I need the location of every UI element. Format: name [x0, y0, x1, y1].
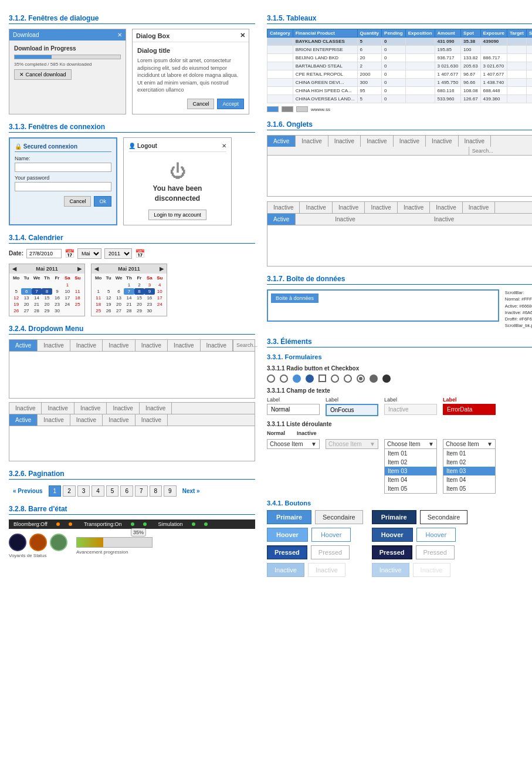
list2-item-4[interactable]: Item 04 — [443, 475, 495, 484]
onglet2-inactive-mid[interactable]: Inactive — [296, 214, 395, 225]
radio-empty-1[interactable] — [267, 374, 275, 383]
tab2-b-inactive-3[interactable]: Inactive — [103, 414, 135, 426]
onglet-inactive-3[interactable]: Inactive — [361, 136, 393, 147]
list2-item-1[interactable]: Item 01 — [443, 449, 495, 458]
tab-inactive-3[interactable]: Inactive — [70, 340, 103, 351]
onglet2-inactive-mid3[interactable]: Inactive — [493, 214, 532, 225]
download-close-icon[interactable]: ✕ — [117, 32, 122, 38]
list-item-5[interactable]: Item 05 — [385, 484, 436, 493]
dropdown-open2[interactable]: Choose Item ▼ — [443, 439, 496, 448]
tab-inactive-2[interactable]: Inactive — [38, 340, 70, 351]
pagination-page-1[interactable]: 1 — [49, 485, 62, 497]
logout-close-icon[interactable]: ✕ — [222, 143, 226, 149]
cal1-prev-button[interactable]: ◀ — [12, 266, 16, 272]
radio-half[interactable] — [357, 374, 365, 383]
tab2-active[interactable]: Active — [9, 414, 38, 426]
radio-filled2[interactable] — [382, 374, 391, 383]
pagination-page-8[interactable]: 8 — [150, 485, 162, 497]
onglet2-inactive-5[interactable]: Inactive — [398, 202, 430, 213]
tab-inactive-4[interactable]: Inactive — [103, 340, 135, 351]
name-input[interactable] — [15, 163, 111, 172]
pagination-page-6[interactable]: 6 — [120, 485, 133, 497]
list-item-1[interactable]: Item 01 — [385, 449, 436, 458]
pagination-page-5[interactable]: 5 — [106, 485, 119, 497]
btn-pressed-outline-light[interactable]: Pressed — [311, 545, 350, 559]
download-cancel-button[interactable]: ✕ Cancel download — [14, 69, 72, 80]
pagination-page-2[interactable]: 2 — [63, 485, 76, 497]
onglet2-inactive-7[interactable]: Inactive — [463, 202, 495, 213]
dialog-box2-close-icon[interactable]: ✕ — [240, 32, 245, 39]
pagination-prev-button[interactable]: « Previous — [9, 486, 47, 496]
pagination-page-4[interactable]: 4 — [92, 485, 104, 497]
list-item-4[interactable]: Item 04 — [385, 475, 436, 484]
btn-hoover-outline-light[interactable]: Hoover — [311, 528, 351, 542]
onglet-inactive-4[interactable]: Inactive — [394, 136, 426, 147]
date-input[interactable] — [26, 249, 62, 258]
btn-primaire-dark[interactable]: Primaire — [372, 510, 416, 524]
tab-inactive-5[interactable]: Inactive — [135, 340, 168, 351]
btn-pressed-dark[interactable]: Pressed — [372, 545, 412, 559]
dropdown-normal[interactable]: Choose Item ▼ — [267, 439, 320, 449]
list2-item-2[interactable]: Item 02 — [443, 458, 495, 467]
field-normal-input[interactable] — [267, 404, 320, 415]
radio-filled[interactable] — [370, 374, 378, 383]
calendar-icon2[interactable]: 📅 — [135, 249, 145, 258]
tab2-b-inactive-1[interactable]: Inactive — [38, 414, 70, 426]
onglet-inactive-6[interactable]: Inactive — [459, 136, 491, 147]
tab2-b-inactive-2[interactable]: Inactive — [70, 414, 103, 426]
radio-empty-2[interactable] — [280, 374, 288, 383]
radio-empty-3[interactable] — [331, 374, 339, 383]
btn-secondaire-light[interactable]: Secondaire — [315, 510, 363, 524]
onglet2-inactive-3[interactable]: Inactive — [333, 202, 365, 213]
tab-active-1[interactable]: Active — [9, 340, 38, 351]
list-item-3[interactable]: Item 03 — [385, 467, 436, 475]
onglet-inactive-2[interactable]: Inactive — [328, 136, 361, 147]
cal2-prev-button[interactable]: ◀ — [94, 266, 99, 272]
btn-hoover-light[interactable]: Hoover — [267, 528, 308, 542]
btn-hoover-dark[interactable]: Hoover — [372, 528, 413, 542]
pagination-page-9[interactable]: 9 — [164, 485, 177, 497]
tab-inactive-6[interactable]: Inactive — [168, 340, 200, 351]
tab2-inactive-3[interactable]: Inactive — [74, 403, 107, 414]
onglet2-inactive-1[interactable]: Inactive — [267, 202, 300, 213]
tab2-b-inactive-4[interactable]: Inactive — [135, 414, 168, 426]
list2-item-3[interactable]: Item 03 — [443, 467, 495, 475]
tab2-inactive-1[interactable]: Inactive — [9, 403, 42, 414]
radio-empty-4[interactable] — [344, 374, 352, 383]
tab2-inactive-5[interactable]: Inactive — [140, 403, 172, 414]
btn-secondaire-dark[interactable]: Secondaire — [420, 510, 468, 524]
pagination-page-3[interactable]: 3 — [77, 485, 90, 497]
login-ok-button[interactable]: Ok — [94, 196, 111, 207]
login-account-button[interactable]: Login to my account — [148, 210, 206, 220]
list-item-2[interactable]: Item 02 — [385, 458, 436, 467]
month-select[interactable]: Mai — [77, 248, 101, 259]
field-focus-input[interactable] — [326, 404, 378, 416]
onglet-active[interactable]: Active — [267, 136, 296, 147]
onglet2-inactive-mid2[interactable]: Inactive — [395, 214, 494, 225]
list2-item-5[interactable]: Item 05 — [443, 484, 495, 493]
data-box-button[interactable]: Boite à données — [271, 293, 318, 303]
pwd-input[interactable] — [15, 182, 111, 191]
tab-inactive-7[interactable]: Inactive — [201, 340, 233, 351]
radio-partial[interactable] — [293, 374, 301, 383]
year-select[interactable]: 2011 — [104, 248, 132, 259]
btn-hoover-outline-dark[interactable]: Hoover — [416, 528, 456, 542]
radio-partial2[interactable] — [306, 374, 314, 383]
onglets-search-input[interactable] — [469, 147, 532, 155]
onglet2-active[interactable]: Active — [267, 214, 296, 225]
pagination-next-button[interactable]: Next » — [178, 486, 204, 496]
checkbox-empty[interactable] — [318, 374, 326, 382]
onglet-inactive-5[interactable]: Inactive — [426, 136, 458, 147]
onglet2-inactive-6[interactable]: Inactive — [430, 202, 462, 213]
onglet-inactive-1[interactable]: Inactive — [296, 136, 328, 147]
dropdown-open[interactable]: Choose Item ▼ — [384, 439, 437, 448]
tab2-inactive-2[interactable]: Inactive — [42, 403, 74, 414]
onglet2-inactive-2[interactable]: Inactive — [300, 202, 332, 213]
field-error-input[interactable] — [443, 404, 496, 415]
dialog-accept-button[interactable]: Accept — [217, 99, 244, 109]
btn-pressed-outline-dark[interactable]: Pressed — [416, 545, 455, 559]
tab2-inactive-4[interactable]: Inactive — [107, 403, 139, 414]
pagination-page-7[interactable]: 7 — [135, 485, 148, 497]
cal1-next-button[interactable]: ▶ — [77, 266, 82, 272]
cal2-next-button[interactable]: ▶ — [160, 266, 164, 272]
